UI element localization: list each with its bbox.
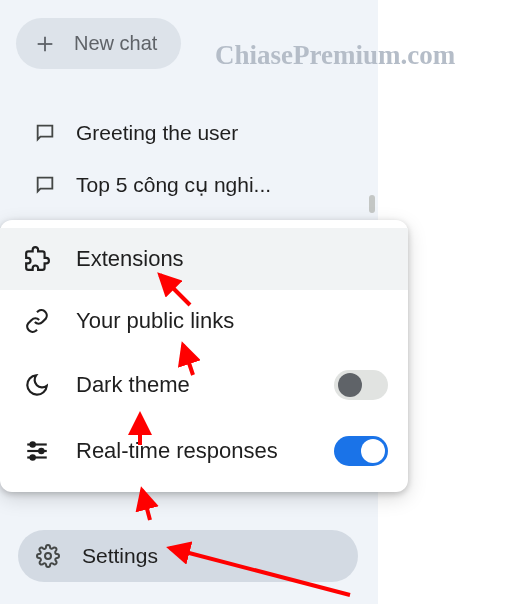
watermark-text: ChiasePremium.com <box>215 40 455 71</box>
dark-theme-toggle[interactable] <box>334 370 388 400</box>
link-icon <box>24 308 50 334</box>
puzzle-icon <box>24 246 50 272</box>
menu-item-dark-theme[interactable]: Dark theme <box>0 352 408 418</box>
svg-point-2 <box>45 553 51 559</box>
settings-label: Settings <box>82 544 158 568</box>
menu-item-public-links[interactable]: Your public links <box>0 290 408 352</box>
realtime-toggle[interactable] <box>334 436 388 466</box>
scrollbar-thumb[interactable] <box>369 195 375 213</box>
svg-point-4 <box>31 442 35 446</box>
chat-bubble-icon <box>34 174 56 196</box>
menu-label: Extensions <box>76 246 388 272</box>
menu-item-extensions[interactable]: Extensions <box>0 228 408 290</box>
svg-point-8 <box>31 455 35 459</box>
new-chat-label: New chat <box>74 32 157 55</box>
recent-chat-item[interactable]: Top 5 công cụ nghi... <box>16 159 362 211</box>
gear-icon <box>36 544 60 568</box>
recent-chat-label: Greeting the user <box>76 121 238 145</box>
menu-item-realtime[interactable]: Real-time responses <box>0 418 408 484</box>
moon-icon <box>24 372 50 398</box>
new-chat-button[interactable]: New chat <box>16 18 181 69</box>
sliders-icon <box>24 438 50 464</box>
menu-label: Your public links <box>76 308 388 334</box>
recent-chat-item[interactable]: Greeting the user <box>16 107 362 159</box>
menu-label: Dark theme <box>76 372 308 398</box>
plus-icon <box>34 33 56 55</box>
settings-button[interactable]: Settings <box>18 530 358 582</box>
svg-point-6 <box>39 449 43 453</box>
settings-menu: Extensions Your public links Dark theme … <box>0 220 408 492</box>
recent-chat-label: Top 5 công cụ nghi... <box>76 173 271 197</box>
chat-bubble-icon <box>34 122 56 144</box>
menu-label: Real-time responses <box>76 438 308 464</box>
